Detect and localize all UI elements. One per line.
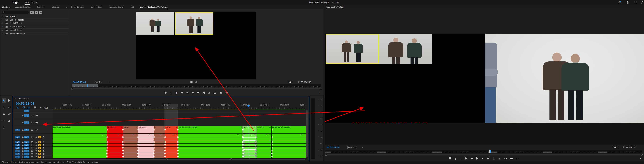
tree-item-presets[interactable]: ›★Presets <box>0 15 69 18</box>
sync-lock-icon[interactable] <box>31 156 33 158</box>
timeline-clip[interactable] <box>107 155 123 158</box>
voiceover-mic-icon[interactable] <box>42 147 45 149</box>
timeline-clip[interactable] <box>165 150 178 152</box>
timeline-clip[interactable] <box>138 155 154 158</box>
audio-volume-line[interactable] <box>107 138 123 138</box>
source-patch-A7[interactable]: A7 <box>15 156 20 158</box>
timeline-clip[interactable] <box>243 152 256 155</box>
lock-icon[interactable] <box>22 153 24 155</box>
source-patch-A1[interactable]: A1 <box>15 136 20 138</box>
source-patch-A3[interactable]: A3 <box>15 144 20 146</box>
timeline-clip[interactable]: [MC1] P1001032.MOV [V]fx <box>178 126 242 134</box>
settings-wrench-icon[interactable] <box>40 106 42 109</box>
program-multicam-angle-1-selected[interactable] <box>326 34 379 64</box>
source-page-selector[interactable]: Page 1 <box>94 81 102 84</box>
timeline-clip[interactable] <box>272 144 306 146</box>
track-name-V3[interactable]: V3 <box>24 114 29 117</box>
timeline-clip[interactable] <box>256 152 271 155</box>
timeline-clip[interactable]: [MC2]...fx <box>123 126 138 134</box>
tree-item-lumetri-presets[interactable]: ›★Lumetri Presets <box>0 18 69 22</box>
timeline-clip[interactable] <box>107 141 123 144</box>
workspace-menu-icon[interactable] <box>634 1 637 4</box>
timeline-clip[interactable] <box>256 141 271 144</box>
audio-volume-line[interactable] <box>243 137 256 138</box>
track-content-A6[interactable] <box>53 152 309 155</box>
track-header-V1[interactable]: V1V1 <box>13 126 53 134</box>
captions-icon[interactable]: CC <box>44 106 47 109</box>
track-content-A2[interactable] <box>53 141 309 144</box>
solo-button-A6[interactable]: S <box>38 153 41 155</box>
tree-item-audio-effects[interactable]: ›Audio Effects <box>0 22 69 25</box>
marker-icon[interactable] <box>34 106 37 109</box>
program-playhead[interactable] <box>490 150 491 153</box>
timeline-clip[interactable] <box>53 152 107 155</box>
tool-track-select-forward[interactable] <box>7 98 12 103</box>
track-content-A3[interactable] <box>53 144 309 146</box>
transport-go-to-out-icon[interactable] <box>202 91 204 94</box>
transport-comparison-view-icon[interactable] <box>510 157 513 160</box>
track-name-A7[interactable]: A7 <box>24 156 29 158</box>
transport-mark-in-icon[interactable]: { <box>454 157 456 160</box>
lock-icon[interactable] <box>22 141 24 143</box>
timeline-clip[interactable] <box>154 152 165 155</box>
audio-volume-line[interactable] <box>272 138 306 138</box>
sync-lock-icon[interactable] <box>31 122 33 124</box>
transport-go-to-in-icon[interactable] <box>465 157 467 160</box>
quick-export-icon[interactable] <box>626 1 629 4</box>
program-page-selector[interactable]: Page 1 <box>348 146 356 149</box>
audio-volume-line[interactable] <box>123 138 138 138</box>
track-content-A5[interactable] <box>53 150 309 152</box>
source-patch-V1[interactable]: V1 <box>15 129 20 131</box>
chevron-right-icon[interactable]: › <box>2 15 3 18</box>
sync-lock-icon[interactable] <box>31 147 33 149</box>
audio-fade-handle[interactable] <box>244 134 245 136</box>
accelerated-effects-icon[interactable]: ▤ <box>30 11 34 14</box>
timeline-v-scrollbar[interactable] <box>306 110 308 158</box>
transport-step-back-icon[interactable] <box>186 91 188 94</box>
timeline-clip[interactable] <box>272 155 306 158</box>
track-header-A1[interactable]: A1A1MS <box>13 134 53 141</box>
transport-extract-icon[interactable] <box>498 157 501 160</box>
voiceover-mic-icon[interactable] <box>42 136 45 138</box>
scrollbar-handle[interactable] <box>641 154 643 156</box>
mute-button-A5[interactable]: M <box>35 150 37 152</box>
program-zoom-scrollbar[interactable] <box>326 154 642 155</box>
chevron-right-icon[interactable]: › <box>2 32 3 35</box>
timeline-clip[interactable]: [MC1] P1001032.MOV [V]fx <box>272 126 306 134</box>
program-multicam-angle-2[interactable] <box>379 34 432 64</box>
sync-lock-icon[interactable] <box>31 129 33 131</box>
timeline-clip[interactable] <box>178 152 242 155</box>
timeline-clip[interactable] <box>272 150 306 152</box>
timeline-clip[interactable]: [MC1] P...fx <box>256 126 271 134</box>
yuv-effects-icon[interactable]: YUV <box>39 11 42 14</box>
track-visibility-eye-icon[interactable] <box>35 114 38 117</box>
solo-button-A2[interactable]: S <box>38 141 41 144</box>
tab-frame-io[interactable]: Frame.io <box>37 5 44 9</box>
transport-add-marker-icon[interactable] <box>164 91 166 94</box>
settings-wrench-icon[interactable] <box>622 146 625 148</box>
source-patch-A4[interactable]: A4 <box>15 147 20 149</box>
timeline-clip[interactable] <box>178 146 242 149</box>
track-content-A1[interactable]: fxfxfxfxfxfxfxfxfxfx <box>53 134 309 141</box>
tab-effect-controls[interactable]: Effect Controls <box>71 5 84 9</box>
settings-wrench-icon[interactable] <box>298 81 300 83</box>
timeline-clip[interactable]: [MC1]...fx <box>243 126 256 134</box>
transport-go-to-out-icon[interactable] <box>487 157 489 160</box>
tool-rectangle[interactable] <box>2 119 6 123</box>
transport-lift-icon[interactable] <box>492 157 495 160</box>
track-visibility-eye-icon[interactable] <box>35 122 38 124</box>
timeline-clip[interactable] <box>165 141 178 144</box>
audio-volume-line[interactable] <box>154 138 165 138</box>
timeline-clip[interactable] <box>138 144 154 146</box>
collapse-arrow-icon[interactable]: ▸ <box>362 146 363 148</box>
transport-step-back-icon[interactable] <box>471 157 473 160</box>
timeline-clip[interactable] <box>138 146 154 149</box>
timeline-clip[interactable] <box>53 144 107 146</box>
timeline-clip[interactable]: fx <box>178 134 242 140</box>
tab-program[interactable]: Program: P1001011 <box>326 5 343 9</box>
transport-multicam-view-icon[interactable] <box>516 157 519 160</box>
fullscreen-icon[interactable] <box>640 1 643 4</box>
chevron-right-icon[interactable]: › <box>2 22 3 25</box>
timeline-clip[interactable] <box>256 150 271 152</box>
timeline-clip[interactable]: [MC1] P1001032.MOV [V]fx <box>53 126 107 134</box>
